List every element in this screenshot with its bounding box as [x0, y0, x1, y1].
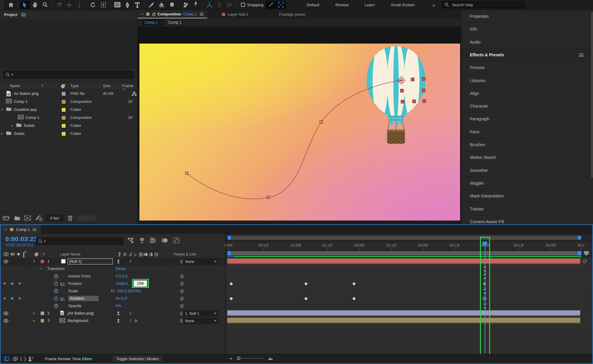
selection-handle[interactable] — [411, 78, 414, 81]
twirl-open-icon[interactable]: ▾ — [33, 259, 35, 263]
column-type[interactable]: Type — [70, 84, 79, 88]
project-row-solids[interactable]: ▸SolidsFolder — [0, 130, 137, 138]
parent-dropdown-air-ballon[interactable]: 1. Null 1 — [183, 310, 219, 317]
position-keyframe-icon[interactable] — [229, 282, 233, 286]
layer-color-swatch[interactable] — [40, 311, 44, 315]
brush-tool-icon[interactable] — [146, 1, 156, 9]
selection-handle[interactable] — [412, 100, 416, 103]
rotation-keyframe-icon[interactable] — [229, 297, 233, 301]
layer-row-air-ballon[interactable]: ▸2[Air Ballon.png]/@1. Null 1 — [1, 310, 225, 317]
composition-canvas[interactable] — [139, 44, 460, 221]
parent-pickwhip-icon[interactable]: @ — [180, 281, 184, 286]
layer-duration-bar[interactable] — [227, 318, 580, 324]
project-item-name[interactable]: Solids — [14, 131, 25, 136]
type-tool-icon[interactable] — [132, 1, 142, 9]
opacity-value[interactable]: 0% — [116, 304, 121, 308]
eraser-tool-icon[interactable] — [166, 1, 177, 9]
scale-row[interactable]: Scale100,0,100,0%@ — [1, 288, 225, 295]
clone-stamp-tool-icon[interactable] — [156, 1, 166, 9]
scale-value[interactable]: 100,0,100,0% — [117, 289, 141, 293]
new-folder-icon[interactable] — [14, 216, 20, 221]
anchor-switch-icon[interactable] — [116, 319, 120, 323]
project-row-comp-1[interactable]: Comp 1Composition24 — [0, 98, 137, 106]
project-settings-icon[interactable] — [35, 215, 42, 221]
keyframe-navigator[interactable]: ◀◆▶ — [3, 296, 21, 300]
snap-along-edges-icon[interactable] — [266, 1, 276, 9]
home-icon[interactable] — [6, 1, 16, 9]
layer-color-swatch[interactable] — [40, 259, 44, 264]
parent-pickwhip-icon[interactable]: @ — [180, 296, 184, 301]
parent-pickwhip-icon[interactable]: @ — [180, 304, 184, 308]
snap-to-features-icon[interactable] — [276, 1, 286, 9]
orbit-camera-tool-icon[interactable] — [54, 1, 64, 9]
panel-tab-effects-presets[interactable]: Effects & Presets — [462, 49, 591, 61]
new-composition-icon[interactable] — [24, 215, 31, 221]
label-color-swatch[interactable] — [61, 108, 66, 112]
right-panel-scrollbar[interactable] — [591, 12, 593, 178]
rectangle-tool-icon[interactable] — [112, 1, 122, 9]
column-parent-link[interactable]: Parent & Link — [174, 252, 196, 256]
selection-handle[interactable] — [422, 99, 426, 103]
panel-tab-smoother[interactable]: Smoother — [462, 164, 591, 177]
scrollbar-right-cap[interactable] — [578, 236, 581, 240]
local-axis-mode-icon[interactable] — [204, 1, 214, 9]
label-column-icon[interactable] — [60, 84, 65, 89]
pen-tool-icon[interactable] — [122, 1, 132, 9]
panel-tab-wiggler[interactable]: Wiggler — [462, 177, 591, 190]
column-number[interactable]: # — [43, 252, 45, 256]
project-item-name[interactable]: Gradient.aep — [14, 107, 37, 112]
help-search-field[interactable]: Search Help — [441, 1, 524, 8]
work-area-bar[interactable] — [227, 251, 581, 256]
label-color-swatch[interactable] — [61, 116, 66, 120]
label-color-swatch[interactable] — [61, 124, 66, 128]
world-axis-mode-icon[interactable] — [214, 1, 225, 9]
panel-tab-paint[interactable]: Paint — [462, 126, 591, 138]
timeline-track-area[interactable] — [226, 258, 592, 354]
frame-blending-icon[interactable] — [150, 237, 156, 243]
scale-label[interactable]: Scale — [68, 289, 78, 293]
workspace-review[interactable]: Review — [336, 3, 349, 7]
sort-ascending-icon[interactable]: ▲ — [41, 83, 44, 87]
panel-tab-info[interactable]: Info — [462, 23, 591, 36]
column-name[interactable]: Name — [10, 84, 20, 88]
breadcrumb-parent[interactable]: Comp 1 — [168, 20, 182, 25]
twirl-closed-icon[interactable]: ▸ — [1, 132, 3, 135]
graph-editor-icon[interactable] — [173, 237, 180, 243]
path-keyframe-box[interactable] — [319, 120, 323, 124]
snapping-checkbox[interactable] — [241, 3, 245, 7]
rotation-value[interactable]: 0x-3,0° — [116, 296, 128, 301]
zoom-slider-knob[interactable] — [237, 357, 240, 360]
column-size[interactable]: Size — [103, 84, 110, 88]
anchor-point-value[interactable]: 0,0,0,0 — [116, 274, 128, 278]
transfer-controls-icon[interactable] — [12, 357, 18, 362]
panel-menu-icon[interactable] — [33, 228, 36, 231]
project-item-name[interactable]: Comp 1 — [14, 99, 28, 104]
keyframe-toggle-icon[interactable]: ◆ — [11, 281, 13, 285]
view-axis-mode-icon[interactable] — [225, 1, 235, 9]
project-item-name[interactable]: Solids — [24, 123, 35, 128]
rotation-keyframe-icon[interactable] — [304, 297, 308, 301]
project-item-name[interactable]: Comp 1 — [26, 115, 39, 120]
opacity-label[interactable]: Opacity — [68, 304, 81, 308]
parent-pickwhip-icon[interactable]: @ — [180, 289, 184, 293]
transform-group-label[interactable]: Transform — [47, 266, 65, 271]
audio-column-speaker-icon[interactable] — [10, 252, 15, 256]
zoom-in-mountain-icon[interactable] — [268, 357, 273, 360]
eye-icon[interactable] — [4, 260, 8, 263]
stopwatch-icon[interactable] — [54, 289, 58, 293]
video-column-eye-icon[interactable] — [4, 252, 9, 256]
workspace-learn[interactable]: Learn — [365, 3, 375, 7]
label-column-icon[interactable] — [34, 252, 39, 257]
layer-name-edit-field[interactable]: [Null 1] — [68, 258, 113, 264]
workspace-small-screen[interactable]: Small Screen — [391, 3, 415, 7]
comp-color-swatch[interactable] — [146, 12, 150, 16]
label-color-swatch[interactable] — [61, 100, 66, 104]
panel-tab-mask-interpolation[interactable]: Mask Interpolation — [462, 190, 591, 202]
layer-name[interactable]: [Air Ballon.png] — [68, 311, 94, 315]
tab-layer[interactable]: Layer Null 1 — [218, 10, 252, 18]
selection-tool-icon[interactable] — [20, 1, 30, 9]
roto-brush-tool-icon[interactable] — [180, 1, 190, 9]
keyframe-toggle-icon[interactable]: ◆ — [11, 296, 13, 300]
panel-menu-icon[interactable] — [21, 13, 26, 16]
panel-tab-libraries[interactable]: Libraries — [462, 74, 591, 87]
